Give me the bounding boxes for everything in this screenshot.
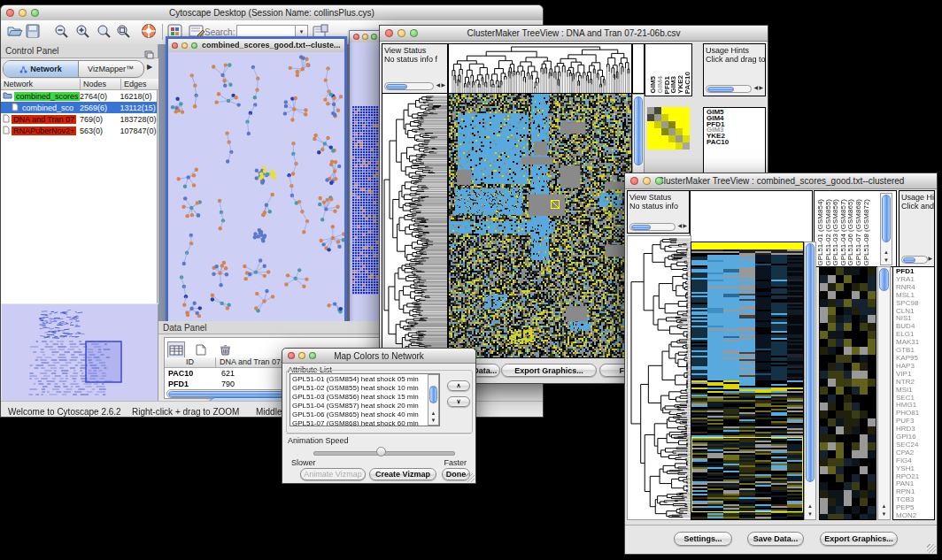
speed-slider-thumb[interactable] (376, 447, 386, 456)
zoom-selected-icon[interactable] (116, 24, 132, 43)
attribute-list-vscroll[interactable]: ▲ ▼ (428, 374, 439, 426)
move-down-button[interactable]: ∨ (447, 396, 470, 407)
move-up-button[interactable]: ∧ (447, 380, 470, 391)
attribute-item[interactable]: GPL51-06 (GSM865) heat shock 40 min (292, 410, 437, 419)
close-button[interactable] (288, 352, 295, 359)
tv2-titlebar[interactable]: ClusterMaker TreeView : combined_scores_… (625, 173, 937, 189)
scroll-right-arrow[interactable]: ▶ (441, 81, 445, 89)
scroll-thumb[interactable] (806, 243, 815, 482)
attr-col-id[interactable]: ID (165, 357, 216, 368)
scroll-thumb[interactable] (386, 84, 407, 89)
scroll-down-arrow[interactable]: ▼ (805, 511, 815, 517)
resize-grip[interactable] (466, 473, 475, 482)
scroll-thumb[interactable] (879, 268, 889, 291)
scroll-up-arrow[interactable]: ▲ (878, 503, 890, 509)
zoom-button[interactable] (191, 42, 197, 49)
scroll-thumb[interactable] (429, 386, 437, 403)
animate-vizmap-button[interactable]: Animate Vizmap (300, 468, 366, 480)
tv2-heatmap-vscroll[interactable]: ▲ ▼ (804, 242, 816, 520)
scroll-thumb[interactable] (903, 257, 915, 263)
tv2-genes-vscroll[interactable]: ▲ ▼ (877, 266, 891, 520)
network-table-row[interactable]: DNA and Tran 07 769(0) 183728(0) (1, 113, 157, 125)
network-table-row[interactable]: RNAPuberNov2+ 563(0) 107847(0) (1, 125, 157, 136)
scroll-right-arrow[interactable]: ▶ (928, 254, 932, 263)
tv1-heatmap[interactable] (448, 94, 632, 358)
tv2-settings-button[interactable]: Settings... (674, 532, 732, 546)
zoom-button[interactable] (410, 29, 418, 37)
tab-network[interactable]: Network (4, 61, 79, 77)
create-vizmap-button[interactable]: Create Vizmap (369, 468, 436, 480)
close-button[interactable] (6, 9, 14, 17)
network-window-titlebar[interactable]: combined_scores_good.txt--cluste... (168, 39, 344, 53)
close-button[interactable] (630, 177, 638, 185)
tv1-summary-matrix[interactable] (647, 107, 690, 150)
tv2-export-graphics-button[interactable]: Export Graphics... (820, 532, 898, 546)
scroll-right-arrow[interactable]: ▶ (759, 83, 763, 92)
zoom-button[interactable] (31, 9, 39, 17)
tv1-export-graphics-button[interactable]: Export Graphics... (501, 364, 597, 377)
tab-overflow-button[interactable]: ▶ (147, 63, 152, 71)
minimize-button[interactable] (19, 9, 27, 17)
tv2-labels-vscroll[interactable]: ▲ ▼ (880, 193, 892, 265)
attribute-item[interactable]: GPL51-02 (GSM855) heat shock 10 min (292, 384, 437, 393)
network-overview[interactable] (2, 304, 158, 403)
col-nodes[interactable]: Nodes (81, 79, 121, 90)
minimize-button[interactable] (643, 177, 651, 185)
scroll-left-arrow[interactable]: ◀ (753, 83, 758, 92)
minimize-button[interactable] (398, 29, 405, 37)
attribute-item[interactable]: GPL51-03 (GSM856) heat shock 15 min (292, 393, 437, 402)
zoom-fit-icon[interactable] (97, 24, 112, 43)
col-edges[interactable]: Edges (121, 79, 158, 90)
tv1-titlebar[interactable]: ClusterMaker TreeView : DNA and Tran 07-… (380, 26, 768, 42)
attribute-item[interactable]: GPL51-07 (GSM868) heat shock 60 min (292, 419, 437, 426)
network-table-row[interactable]: combined_sco 2569(6) 13112(15) (1, 102, 157, 113)
help-icon[interactable] (141, 23, 158, 43)
zoom-out-icon[interactable] (54, 24, 70, 43)
save-icon[interactable] (26, 24, 41, 42)
tv1-row-dendrogram[interactable] (382, 94, 448, 358)
scroll-left-arrow[interactable]: ◀ (436, 81, 440, 89)
minimize-button[interactable] (362, 34, 368, 40)
zoom-button[interactable] (655, 177, 663, 185)
zoom-in-icon[interactable] (75, 24, 91, 43)
scroll-thumb[interactable] (707, 87, 734, 92)
scroll-thumb[interactable] (631, 225, 651, 230)
tv1-uh-hscroll[interactable] (706, 85, 752, 93)
scroll-thumb[interactable] (634, 96, 643, 165)
scroll-right-arrow[interactable]: ▶ (683, 221, 687, 230)
tv2-uh-hscroll[interactable] (901, 256, 928, 264)
scroll-down-arrow[interactable]: ▼ (429, 418, 438, 423)
tv1-column-dendrogram[interactable] (448, 43, 632, 94)
attribute-item[interactable]: GPL51-01 (GSM854) heat shock 05 min (292, 375, 437, 384)
network-view[interactable] (168, 52, 344, 321)
close-button[interactable] (353, 34, 359, 40)
attribute-item[interactable]: GPL51-04 (GSM857) heat shock 20 min (292, 402, 437, 410)
attribute-listbox[interactable]: GPL51-01 (GSM854) heat shock 05 minGPL51… (290, 373, 440, 426)
tab-vizmapper[interactable]: VizMapper™ (78, 61, 143, 77)
main-titlebar[interactable]: Cytoscape Desktop (Session Name: collins… (1, 5, 543, 21)
dialog-titlebar[interactable]: Map Colors to Network (282, 349, 475, 364)
tv2-heatmap[interactable] (691, 242, 804, 520)
col-network[interactable]: Network (1, 79, 81, 90)
open-icon[interactable] (6, 24, 24, 42)
tv1-vs-hscroll[interactable] (384, 82, 434, 90)
scroll-up-arrow[interactable]: ▲ (805, 503, 815, 509)
scroll-left-arrow[interactable]: ◀ (677, 221, 682, 230)
scroll-down-arrow[interactable]: ▼ (881, 257, 892, 263)
minimize-button[interactable] (181, 42, 188, 49)
scroll-down-arrow[interactable]: ▼ (878, 511, 890, 517)
scroll-thumb[interactable] (882, 195, 891, 242)
minimize-button[interactable] (298, 352, 305, 359)
tv2-row-dendrogram[interactable] (627, 235, 691, 520)
scroll-up-arrow[interactable]: ▲ (429, 410, 438, 416)
tv2-secondary-heatmap[interactable] (819, 266, 876, 520)
close-button[interactable] (385, 29, 393, 37)
network-table-row[interactable]: combined_scores 2764(0) 16218(0) (1, 90, 157, 102)
tv2-save-data-button[interactable]: Save Data... (747, 532, 804, 546)
zoom-button[interactable] (309, 352, 316, 359)
zoom-button[interactable] (371, 34, 377, 40)
resize-grip[interactable] (927, 544, 936, 553)
close-button[interactable] (172, 42, 178, 49)
scroll-up-arrow[interactable]: ▲ (881, 249, 892, 255)
tv2-vs-hscroll[interactable] (629, 223, 676, 231)
